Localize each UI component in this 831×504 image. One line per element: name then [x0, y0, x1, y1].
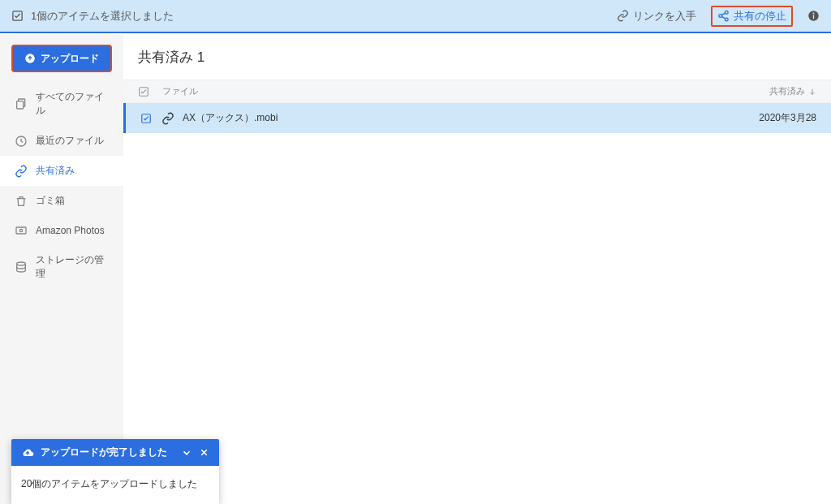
select-all-checkbox[interactable]: [138, 86, 157, 97]
toast-body: 20個のアイテムをアップロードしました: [11, 466, 219, 504]
svg-rect-6: [813, 15, 814, 19]
svg-rect-11: [16, 227, 26, 234]
svg-point-12: [19, 229, 22, 231]
upload-toast: アップロードが完了しました 20個のアイテムをアップロードしました: [11, 439, 219, 504]
get-link-button[interactable]: リンクを入手: [617, 9, 696, 24]
sidebar-item-label: ゴミ箱: [36, 194, 65, 208]
sidebar-item-label: 最近のファイル: [36, 134, 104, 148]
column-file[interactable]: ファイル: [157, 85, 727, 97]
link-icon: [15, 165, 28, 178]
sidebar-item-storage[interactable]: ストレージの管理: [0, 245, 123, 289]
svg-rect-9: [17, 101, 24, 109]
sidebar-item-photos[interactable]: Amazon Photos: [0, 216, 123, 245]
toast-header: アップロードが完了しました: [11, 439, 219, 466]
selection-count-text: 1個のアイテムを選択しました: [31, 9, 174, 24]
upload-icon: [24, 53, 36, 64]
table-row[interactable]: AX（アックス）.mobi 2020年3月28: [123, 103, 831, 133]
sidebar-item-trash[interactable]: ゴミ箱: [0, 186, 123, 216]
column-shared[interactable]: 共有済み: [727, 85, 816, 97]
row-date: 2020年3月28: [727, 111, 816, 125]
sidebar-item-recent[interactable]: 最近のファイル: [0, 126, 123, 156]
sort-down-icon: [808, 88, 816, 96]
svg-point-1: [725, 11, 728, 14]
unshare-icon: [717, 10, 730, 22]
clock-icon: [15, 135, 28, 148]
sidebar-item-shared[interactable]: 共有済み: [0, 156, 123, 186]
main-content: 共有済み 1 ファイル 共有済み: [123, 35, 831, 504]
upload-button[interactable]: アップロード: [11, 45, 112, 72]
table-header: ファイル 共有済み: [123, 80, 831, 103]
filename: AX（アックス）.mobi: [183, 111, 278, 125]
toast-close-button[interactable]: [199, 447, 209, 458]
stop-sharing-label: 共有の停止: [734, 9, 786, 24]
selection-topbar: 1個のアイテムを選択しました リンクを入手 共有の停止: [0, 0, 831, 33]
info-icon: [807, 10, 820, 22]
sidebar-item-label: ストレージの管理: [36, 253, 109, 281]
svg-point-13: [17, 262, 26, 265]
cloud-upload-icon: [21, 446, 34, 459]
page-title: 共有済み 1: [123, 35, 831, 80]
checkbox-selected-icon: [11, 10, 24, 22]
storage-icon: [15, 261, 28, 274]
toast-collapse-button[interactable]: [181, 447, 192, 459]
sidebar-item-label: Amazon Photos: [36, 225, 105, 236]
sidebar-item-label: 共有済み: [36, 164, 75, 178]
stop-sharing-button[interactable]: 共有の停止: [711, 6, 793, 27]
sidebar-item-all-files[interactable]: すべてのファイル: [0, 82, 123, 126]
upload-label: アップロード: [41, 52, 99, 66]
info-button[interactable]: [807, 10, 820, 22]
files-icon: [15, 97, 28, 110]
svg-point-5: [813, 12, 815, 14]
photos-icon: [15, 224, 28, 237]
trash-icon: [15, 195, 28, 208]
get-link-label: リンクを入手: [633, 9, 696, 24]
sidebar: アップロード すべてのファイル 最近のファイル 共有済み: [0, 35, 123, 504]
svg-point-3: [725, 18, 728, 21]
selection-info: 1個のアイテムを選択しました: [11, 9, 174, 24]
row-checkbox[interactable]: [140, 113, 160, 124]
toast-title: アップロードが完了しました: [41, 446, 167, 459]
link-icon: [617, 10, 629, 22]
svg-point-2: [719, 15, 722, 18]
link-icon: [161, 112, 174, 125]
sidebar-item-label: すべてのファイル: [36, 90, 109, 118]
